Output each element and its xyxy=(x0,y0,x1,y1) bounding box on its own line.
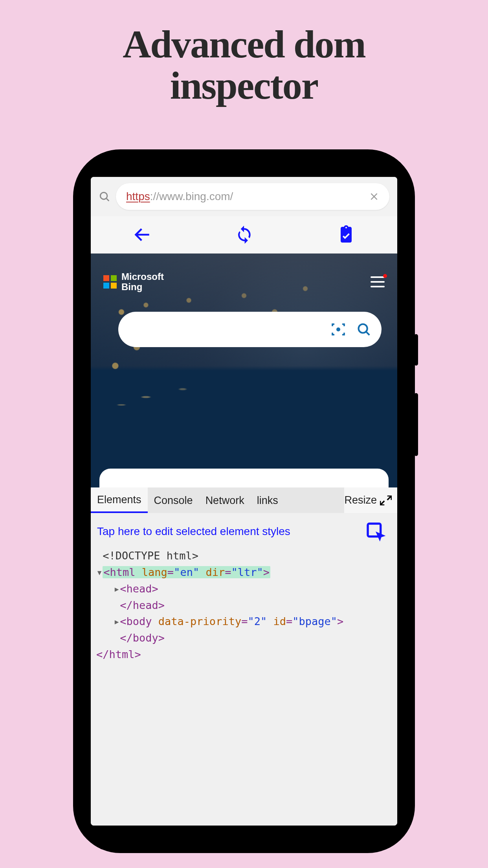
browser-toolbar xyxy=(91,216,397,254)
svg-point-5 xyxy=(359,324,367,333)
dom-tree[interactable]: <!DOCTYPE html> ▾<html lang="en" dir="lt… xyxy=(91,545,397,671)
address-bar[interactable]: https://www.bing.com/ xyxy=(116,183,389,210)
bing-header: Microsoft Bing xyxy=(103,272,385,292)
resize-button[interactable]: Resize xyxy=(344,487,397,513)
back-button[interactable] xyxy=(130,223,154,246)
tab-console[interactable]: Console xyxy=(148,488,199,512)
dom-line-doctype[interactable]: <!DOCTYPE html> xyxy=(96,548,392,564)
dom-line-html-open[interactable]: ▾<html lang="en" dir="ltr"> xyxy=(96,564,392,581)
promo-headline: Advanced dom inspector xyxy=(0,0,488,106)
webpage-viewport[interactable]: Microsoft Bing xyxy=(91,254,397,487)
url-protocol: https xyxy=(126,190,150,203)
dom-inspector: Elements Console Network links Resize Ta… xyxy=(91,487,397,826)
dom-line-head-close[interactable]: </head> xyxy=(96,597,392,614)
tab-links[interactable]: links xyxy=(251,488,284,512)
hamburger-menu-icon[interactable] xyxy=(371,276,385,287)
clear-icon[interactable] xyxy=(369,191,379,202)
phone-side-button xyxy=(414,393,418,456)
address-bar-row: https://www.bing.com/ xyxy=(91,177,397,216)
content-card[interactable] xyxy=(99,469,389,487)
svg-line-1 xyxy=(106,199,109,201)
svg-point-0 xyxy=(100,192,107,199)
resize-label: Resize xyxy=(344,494,377,506)
svg-point-4 xyxy=(336,327,340,331)
clipboard-button[interactable] xyxy=(334,223,358,246)
phone-screen: https://www.bing.com/ xyxy=(91,177,397,826)
tab-network[interactable]: Network xyxy=(199,488,251,512)
notification-dot-icon xyxy=(383,274,387,278)
camera-search-icon[interactable] xyxy=(330,322,346,337)
microsoft-logo-icon xyxy=(103,275,117,289)
dom-line-head-open[interactable]: ▸<head> xyxy=(96,581,392,597)
search-icon[interactable] xyxy=(99,191,110,202)
headline-line-2: inspector xyxy=(0,65,488,106)
url-rest: ://www.bing.com/ xyxy=(150,190,233,203)
tab-elements[interactable]: Elements xyxy=(91,487,148,513)
phone-side-button xyxy=(414,334,418,366)
dom-line-html-close[interactable]: </html> xyxy=(96,646,392,663)
search-icon[interactable] xyxy=(356,322,371,337)
edit-styles-hint[interactable]: Tap here to edit selected element styles xyxy=(97,525,290,538)
phone-frame: https://www.bing.com/ xyxy=(73,149,415,853)
dom-line-body-open[interactable]: ▸<body data-priority="2" id="bpage"> xyxy=(96,613,392,630)
bing-brand-text: Microsoft Bing xyxy=(121,272,164,292)
inspector-tabs: Elements Console Network links Resize xyxy=(91,487,397,513)
inspector-hint-row: Tap here to edit selected element styles xyxy=(91,513,397,545)
expand-icon xyxy=(380,495,392,506)
bing-search-box[interactable] xyxy=(118,312,382,347)
svg-line-6 xyxy=(366,332,369,335)
element-picker-icon[interactable] xyxy=(364,520,391,543)
reload-button[interactable] xyxy=(232,223,256,246)
bing-logo[interactable]: Microsoft Bing xyxy=(103,272,164,292)
headline-line-1: Advanced dom xyxy=(0,24,488,65)
dom-line-body-close[interactable]: </body> xyxy=(96,630,392,646)
